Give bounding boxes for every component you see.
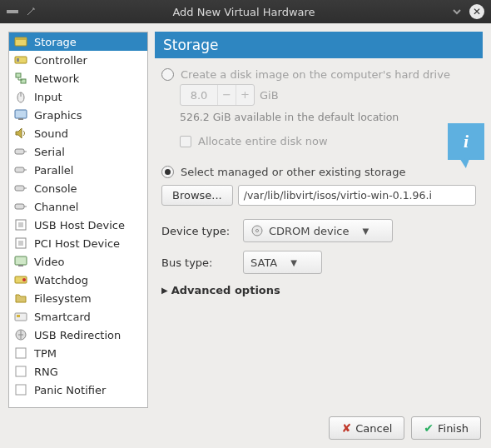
sidebar-item-parallel[interactable]: Parallel — [9, 161, 147, 179]
storage-path-input[interactable]: /var/lib/libvirt/isos/virtio-win-0.1.96.… — [238, 185, 476, 206]
dialog-footer: ✘ Cancel ✔ Finish — [0, 408, 491, 448]
disk-size-value: 8.0 — [181, 89, 217, 102]
pin-icon[interactable] — [25, 6, 37, 17]
video-icon — [14, 255, 27, 268]
create-disk-label: Create a disk image on the computer's ha… — [181, 68, 450, 81]
generic-icon — [14, 365, 27, 378]
input-icon — [14, 90, 27, 103]
sidebar-item-video[interactable]: Video — [9, 252, 147, 271]
available-space-label: 526.2 GiB available in the default locat… — [180, 111, 476, 123]
expander-triangle-icon: ▶ — [161, 286, 168, 295]
spinner-increment: + — [236, 85, 254, 105]
watchdog-icon — [14, 273, 27, 286]
titlebar: Add New Virtual Hardware ✕ — [0, 0, 491, 23]
host-icon — [14, 236, 27, 250]
sidebar-item-channel[interactable]: Channel — [9, 197, 147, 216]
close-icon[interactable]: ✕ — [469, 4, 484, 19]
network-icon — [14, 72, 27, 85]
svg-rect-23 — [7, 10, 18, 13]
managed-storage-label: Select managed or other existing storage — [181, 166, 405, 178]
graphics-icon — [14, 108, 27, 122]
chevron-down-icon: ▼ — [362, 226, 369, 236]
host-icon — [14, 218, 27, 231]
sidebar-item-pci-host-device[interactable]: PCI Host Device — [9, 234, 147, 252]
sound-icon — [14, 127, 27, 140]
spinner-decrement: − — [217, 85, 236, 105]
sidebar-item-sound[interactable]: Sound — [9, 124, 147, 142]
generic-icon — [14, 383, 27, 396]
sidebar-item-usb-redirection[interactable]: USB Redirection — [9, 326, 147, 344]
panel-heading: Storage — [155, 32, 483, 58]
advanced-options-expander[interactable]: ▶ Advanced options — [161, 284, 476, 296]
device-type-value: CDROM device — [269, 225, 349, 237]
sidebar-item-serial[interactable]: Serial — [9, 142, 147, 161]
app-menu-icon[interactable] — [7, 6, 18, 17]
sidebar-item-tpm[interactable]: TPM — [9, 344, 147, 362]
sidebar-item-filesystem[interactable]: Filesystem — [9, 289, 147, 307]
window-title: Add New Virtual Hardware — [43, 6, 444, 18]
create-disk-radio — [161, 68, 174, 81]
bus-type-combo[interactable]: SATA ▼ — [243, 251, 322, 274]
smartcard-icon — [14, 310, 27, 323]
sidebar-item-graphics[interactable]: Graphics — [9, 106, 147, 124]
info-tooltip-icon[interactable]: i — [448, 123, 484, 160]
chevron-down-icon: ▼ — [290, 258, 297, 267]
device-type-combo[interactable]: CDROM device ▼ — [243, 219, 393, 242]
bus-type-value: SATA — [250, 256, 277, 269]
finish-button[interactable]: ✔ Finish — [411, 416, 481, 440]
minimize-icon[interactable] — [451, 6, 463, 17]
sidebar-item-panic-notifier[interactable]: Panic Notifier — [9, 381, 147, 399]
size-unit-label: GiB — [260, 89, 279, 102]
finish-icon: ✔ — [424, 421, 434, 435]
generic-icon — [14, 346, 27, 360]
serial-icon — [14, 182, 27, 195]
hardware-type-list[interactable]: StorageControllerNetworkInputGraphicsSou… — [8, 32, 148, 408]
sidebar-item-console[interactable]: Console — [9, 179, 147, 197]
sidebar-item-rng[interactable]: RNG — [9, 362, 147, 381]
disk-size-spinner: 8.0 − + — [180, 84, 255, 106]
browse-button[interactable]: Browse... — [161, 185, 233, 206]
sidebar-item-input[interactable]: Input — [9, 87, 147, 106]
cancel-button[interactable]: ✘ Cancel — [329, 416, 404, 440]
controller-icon — [14, 53, 27, 67]
create-disk-option: Create a disk image on the computer's ha… — [161, 68, 476, 81]
bus-type-label: Bus type: — [161, 256, 236, 269]
sidebar-item-smartcard[interactable]: Smartcard — [9, 307, 147, 326]
allocate-checkbox — [180, 136, 191, 147]
cdrom-icon — [250, 224, 264, 237]
managed-storage-radio[interactable] — [161, 166, 174, 178]
serial-icon — [14, 163, 27, 177]
storage-icon — [14, 35, 27, 48]
sidebar-item-controller[interactable]: Controller — [9, 51, 147, 69]
device-type-label: Device type: — [161, 225, 236, 237]
usbredir-icon — [14, 328, 27, 341]
serial-icon — [14, 200, 27, 213]
fs-icon — [14, 291, 27, 305]
allocate-label: Allocate entire disk now — [198, 135, 328, 147]
sidebar-item-network[interactable]: Network — [9, 69, 147, 87]
advanced-options-label: Advanced options — [171, 284, 280, 296]
sidebar-item-watchdog[interactable]: Watchdog — [9, 271, 147, 289]
sidebar-item-storage[interactable]: Storage — [9, 32, 147, 51]
serial-icon — [14, 145, 27, 158]
sidebar-item-usb-host-device[interactable]: USB Host Device — [9, 216, 147, 234]
managed-storage-option[interactable]: Select managed or other existing storage — [161, 166, 476, 178]
cancel-icon: ✘ — [341, 421, 351, 435]
